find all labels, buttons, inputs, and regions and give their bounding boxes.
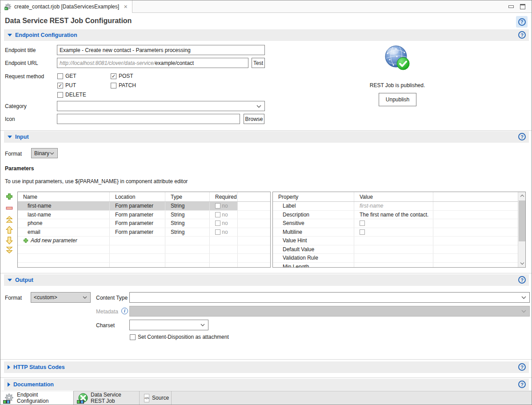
section-http-status-codes[interactable]: HTTP Status Codes ? xyxy=(4,361,529,373)
move-up-icon[interactable] xyxy=(6,226,14,234)
metadata-label: Metadata xyxy=(96,309,118,315)
scroll-up-icon[interactable] xyxy=(518,192,526,200)
expand-icon[interactable] xyxy=(8,365,10,369)
property-row-label[interactable]: Label first-name xyxy=(273,202,525,211)
vertical-scrollbar[interactable] xyxy=(518,192,525,267)
parameter-properties-table: Property Value Label first-name Descript… xyxy=(272,192,526,268)
property-row-validation-rule[interactable]: Validation Rule xyxy=(273,254,525,263)
scroll-down-icon[interactable] xyxy=(518,260,526,267)
property-row-min-length[interactable]: Min Length xyxy=(273,263,525,268)
help-icon[interactable]: ? xyxy=(518,133,526,140)
category-label: Category xyxy=(5,103,27,109)
category-select[interactable] xyxy=(57,101,265,111)
section-title: Documentation xyxy=(13,381,54,388)
section-output[interactable]: Output ? xyxy=(4,274,529,286)
add-icon xyxy=(23,238,28,243)
section-documentation[interactable]: Documentation ? xyxy=(4,379,529,390)
expand-icon[interactable] xyxy=(8,382,10,387)
sensitive-checkbox[interactable] xyxy=(360,221,365,226)
method-patch-checkbox[interactable]: PATCH xyxy=(111,82,136,88)
help-icon[interactable]: ? xyxy=(518,381,526,388)
charset-select[interactable] xyxy=(129,320,208,330)
endpoint-title-label: Endpoint title xyxy=(5,47,36,53)
icon-input[interactable] xyxy=(57,114,240,124)
job-badge-icon xyxy=(3,400,10,404)
input-format-label: Format xyxy=(5,151,22,157)
page-title: Data Service REST Job Configuration xyxy=(5,17,132,25)
empty-row xyxy=(18,263,270,268)
property-row-description[interactable]: Description The first name of the contac… xyxy=(273,211,525,220)
collapse-icon[interactable] xyxy=(8,279,12,281)
scrollbar-thumb[interactable] xyxy=(519,200,525,241)
published-globe-icon xyxy=(384,45,410,71)
endpoint-url-suffix: example/contact xyxy=(155,60,194,66)
tab-label: Data Service REST Job xyxy=(91,392,135,404)
content-type-select[interactable] xyxy=(129,292,530,303)
parameters-heading: Parameters xyxy=(5,165,34,172)
remove-parameter-icon[interactable] xyxy=(6,205,14,213)
property-row-default-value[interactable]: Default Value xyxy=(273,245,525,254)
output-format-label: Format xyxy=(5,295,22,301)
property-row-multiline[interactable]: Multiline xyxy=(273,228,525,237)
table-header: Property Value xyxy=(273,192,525,202)
minimize-icon[interactable] xyxy=(508,5,514,8)
empty-row xyxy=(18,245,270,254)
chevron-down-icon xyxy=(83,296,87,299)
close-icon[interactable]: ✕ xyxy=(124,4,128,10)
move-bottom-icon[interactable] xyxy=(6,246,14,254)
rjob-file-icon xyxy=(4,3,12,10)
collapse-icon[interactable] xyxy=(8,136,12,138)
help-icon[interactable]: ? xyxy=(518,276,526,284)
chevron-down-icon xyxy=(521,296,526,299)
bottom-tab-bar: Endpoint Configuration Data Service REST… xyxy=(0,391,532,405)
tab-data-service-rest-job[interactable]: Data Service REST Job xyxy=(74,391,140,405)
endpoint-url-input[interactable]: http://localhost:8081/clover/data-servic… xyxy=(57,58,248,68)
table-row-last-name[interactable]: last-name Form parameter String no xyxy=(18,211,270,220)
help-icon[interactable]: ? xyxy=(518,31,526,39)
method-get-checkbox[interactable]: GET xyxy=(57,73,76,79)
input-format-select[interactable]: Binary xyxy=(31,148,58,158)
editor-tab[interactable]: create_contact.rjob [DataServicesExample… xyxy=(1,0,132,13)
multiline-checkbox[interactable] xyxy=(360,229,365,235)
empty-row xyxy=(18,254,270,263)
parameters-note: To use input parameters, use ${PARAM_NAM… xyxy=(5,178,188,184)
property-row-sensitive[interactable]: Sensitive xyxy=(273,219,525,228)
table-row-first-name[interactable]: first-name Form parameter String no xyxy=(18,202,270,211)
table-row-phone[interactable]: phone Form parameter String no xyxy=(18,219,270,228)
required-checkbox[interactable] xyxy=(215,203,220,209)
tab-source[interactable]: </> Source xyxy=(140,391,172,405)
section-separator xyxy=(0,130,532,131)
section-title: Output xyxy=(15,277,33,283)
section-input[interactable]: Input ? xyxy=(4,131,529,143)
move-down-icon[interactable] xyxy=(6,237,14,245)
method-post-checkbox[interactable]: ✓POST xyxy=(111,73,133,79)
content-disposition-checkbox[interactable]: Set Content-Disposition as attachment xyxy=(130,334,229,340)
browse-button[interactable]: Browse xyxy=(244,114,264,124)
table-row-email[interactable]: email Form parameter String no xyxy=(18,228,270,237)
metadata-select-disabled xyxy=(129,306,530,317)
section-title: HTTP Status Codes xyxy=(13,364,65,370)
endpoint-title-input[interactable] xyxy=(57,45,265,55)
job-badge-icon xyxy=(77,400,84,404)
test-button[interactable]: Test xyxy=(252,58,265,68)
required-checkbox[interactable] xyxy=(215,212,220,217)
tab-endpoint-configuration[interactable]: Endpoint Configuration xyxy=(0,391,74,405)
info-icon[interactable]: i xyxy=(121,308,128,314)
method-delete-checkbox[interactable]: DELETE xyxy=(57,92,86,98)
add-new-parameter-row[interactable]: Add new parameter xyxy=(18,237,270,245)
add-parameter-icon[interactable] xyxy=(6,193,14,201)
charset-label: Charset xyxy=(96,322,115,329)
required-checkbox[interactable] xyxy=(215,229,220,235)
help-icon[interactable]: ? xyxy=(518,363,526,371)
property-row-value-hint[interactable]: Value Hint xyxy=(273,237,525,245)
method-put-checkbox[interactable]: ✓PUT xyxy=(57,82,76,88)
maximize-icon[interactable] xyxy=(520,4,525,9)
page-help-button[interactable]: ? xyxy=(516,16,528,28)
collapse-icon[interactable] xyxy=(8,34,12,36)
help-icon: ? xyxy=(518,18,526,26)
required-checkbox[interactable] xyxy=(215,221,220,226)
move-top-icon[interactable] xyxy=(6,216,14,224)
output-format-select[interactable]: <custom> xyxy=(31,292,91,303)
unpublish-button[interactable]: Unpublish xyxy=(379,93,416,106)
section-endpoint-configuration[interactable]: Endpoint Configuration ? xyxy=(4,29,529,41)
